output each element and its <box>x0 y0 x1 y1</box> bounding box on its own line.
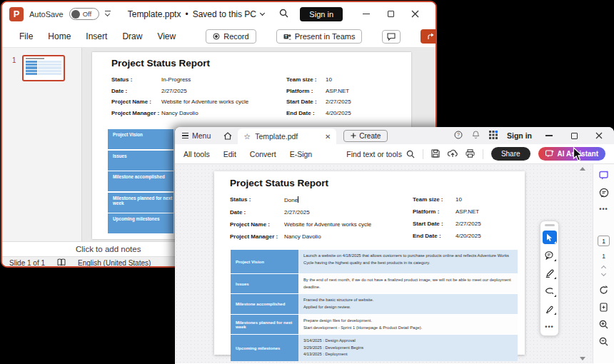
ribbon-tab-insert[interactable]: Insert <box>86 31 107 41</box>
table-row-header: Project Vision <box>231 250 298 273</box>
help-icon[interactable]: ? <box>454 131 463 141</box>
record-icon <box>213 33 220 40</box>
ppt-close-button[interactable] <box>403 6 427 23</box>
print-icon[interactable] <box>465 149 475 159</box>
slide-fields-left: Status :In-Progress Date :2/27/2025 Proj… <box>111 76 248 116</box>
acrobat-maximize-button[interactable] <box>566 133 582 139</box>
table-cell: Prepare design files for development. St… <box>298 315 518 334</box>
find-tool[interactable]: Find text or tools <box>346 150 415 158</box>
document-title[interactable]: Template.pptx • Saved to this PC <box>128 9 264 19</box>
home-button[interactable] <box>218 127 238 144</box>
scroll-down-arrow[interactable] <box>580 357 585 360</box>
slide-title[interactable]: Project Status Report <box>111 58 210 69</box>
scroll-up-arrow[interactable] <box>580 167 585 171</box>
title-chevron-icon <box>260 11 265 16</box>
acrobat-signin-button[interactable]: Sign in <box>507 131 532 140</box>
comment-icon <box>387 33 396 41</box>
apps-grid-icon[interactable] <box>489 131 498 141</box>
search-icon[interactable] <box>279 9 288 19</box>
field-value: Done <box>284 197 298 203</box>
spellcheck-icon[interactable] <box>57 258 66 268</box>
ribbon-tab-file[interactable]: File <box>19 31 33 41</box>
ppt-maximize-button[interactable] <box>378 6 403 23</box>
acrobat-window: Menu ☆ Template.pdf ✕ Create ? Sign in <box>175 127 614 364</box>
zoom-out-button[interactable] <box>599 337 608 348</box>
ai-assistant-button[interactable]: AI Assistant <box>538 147 605 161</box>
page-number-box[interactable]: 1 <box>598 236 610 246</box>
esign-button[interactable]: E-Sign <box>290 150 313 158</box>
edit-button[interactable]: Edit <box>223 150 236 158</box>
ppt-share-button[interactable]: Share <box>421 29 437 44</box>
table-cell: 3/14/2025 : Design Approval 3/29/2025 : … <box>298 335 518 361</box>
home-icon <box>223 132 232 140</box>
autosave-toggle[interactable]: Off <box>69 8 99 20</box>
present-in-teams-button[interactable]: T Present in Teams <box>276 29 363 44</box>
pdf-title[interactable]: Project Status Report <box>230 178 328 188</box>
field-label: End Date : <box>413 233 456 239</box>
convert-button[interactable]: Convert <box>250 150 276 158</box>
ai-assistant-panel-icon[interactable] <box>599 171 609 181</box>
acrobat-close-button[interactable] <box>591 132 607 139</box>
share-icon <box>428 33 436 40</box>
save-icon[interactable] <box>431 149 440 159</box>
comment-tool-button[interactable] <box>543 248 557 262</box>
more-panels-button[interactable]: ••• <box>599 206 608 213</box>
slide-counter: Slide 1 of 1 <box>9 259 45 267</box>
ribbon-tab-home[interactable]: Home <box>48 31 71 41</box>
field-value: 10 <box>326 76 351 83</box>
quick-access-chevron-icon[interactable] <box>105 11 111 17</box>
lasso-icon <box>545 287 554 295</box>
menu-button[interactable]: Menu <box>175 127 218 144</box>
pdf-page[interactable]: Project Status Report Status : Done Date… <box>214 171 525 355</box>
draw-tool-button[interactable] <box>543 266 557 280</box>
acrobat-minimize-button[interactable] <box>541 135 557 136</box>
comments-panel-icon[interactable] <box>599 188 609 199</box>
language-status[interactable]: English (United States) <box>78 259 151 267</box>
title-separator: • <box>185 9 188 19</box>
field-value: Website for Adventure works cycle <box>284 221 371 228</box>
ppt-signin-button[interactable]: Sign in <box>300 7 343 21</box>
rotate-page-button[interactable] <box>599 285 608 296</box>
quick-tools-panel: ••• <box>540 221 559 336</box>
slide-thumbnail[interactable] <box>22 55 65 81</box>
organize-pages-button[interactable] <box>600 303 608 313</box>
acrobat-share-button[interactable]: Share <box>491 147 530 161</box>
pdf-viewport[interactable]: Project Status Report Status : Done Date… <box>175 164 593 363</box>
star-icon[interactable]: ☆ <box>243 132 251 141</box>
comments-button[interactable] <box>382 30 401 44</box>
table-row-header: Upcoming milestones <box>231 335 298 361</box>
field-value: 4/20/2025 <box>456 233 481 239</box>
ribbon-tab-view[interactable]: View <box>157 31 176 41</box>
table-cell: By the end of next month, if we do not h… <box>298 274 518 293</box>
select-tool-button[interactable] <box>543 231 557 244</box>
drag-handle[interactable] <box>545 224 555 226</box>
field-value-editing[interactable]: Done <box>284 196 371 203</box>
menu-label: Menu <box>192 131 211 140</box>
pdf-fields-left: Status : Done Date :2/27/2025 Project Na… <box>230 196 371 240</box>
ppt-minimize-button[interactable] <box>354 6 378 23</box>
field-value: Nancy Davolio <box>284 233 371 240</box>
field-label: Status : <box>111 76 161 83</box>
more-tools-button[interactable]: ••• <box>543 320 557 333</box>
field-label: Project Manager : <box>111 110 161 116</box>
slide-number: 1 <box>12 55 16 241</box>
zoom-in-button[interactable] <box>599 320 608 330</box>
document-tab[interactable]: ☆ Template.pdf ✕ <box>238 128 336 144</box>
notifications-bell-icon[interactable] <box>472 131 480 141</box>
highlighter-tool-button[interactable] <box>543 302 557 315</box>
all-tools-button[interactable]: All tools <box>183 150 210 158</box>
field-value: 2/27/2025 <box>456 221 481 227</box>
ribbon-tab-draw[interactable]: Draw <box>122 31 142 41</box>
table-row-header: Issues <box>231 274 298 293</box>
ppt-ribbon: File Home Insert Draw View Record T Pres… <box>2 26 436 48</box>
create-button[interactable]: Create <box>343 130 388 142</box>
tab-close-icon[interactable]: ✕ <box>325 133 331 141</box>
doc-title-text: Template.pptx <box>128 9 181 19</box>
record-button[interactable]: Record <box>206 29 256 44</box>
find-placeholder: Find text or tools <box>346 150 402 158</box>
next-page-button[interactable] <box>601 271 606 276</box>
lasso-tool-button[interactable] <box>543 284 557 298</box>
previous-page-button[interactable] <box>601 266 606 271</box>
upload-cloud-icon[interactable] <box>448 149 458 159</box>
toggle-knob-icon <box>71 10 80 19</box>
